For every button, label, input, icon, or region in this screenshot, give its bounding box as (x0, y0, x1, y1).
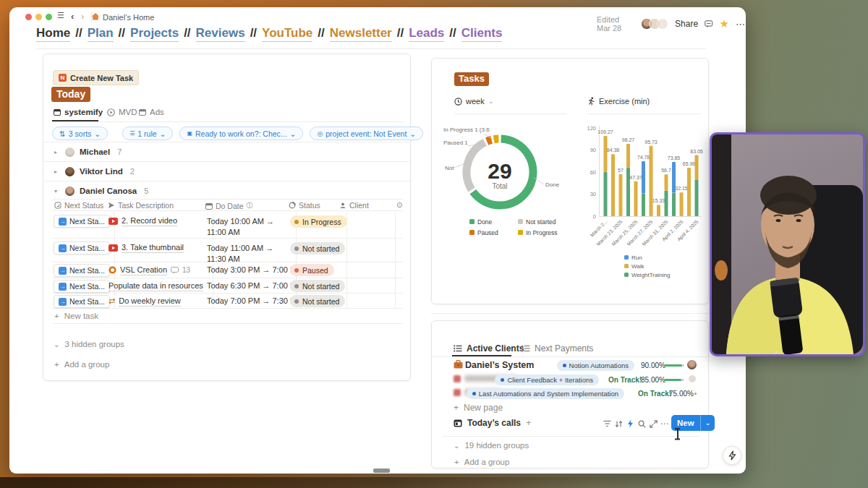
comments-icon[interactable] (705, 19, 712, 29)
project-event-filter-pill[interactable]: ◎project event: Not Event⌄ (310, 127, 423, 140)
extra-column-icon[interactable]: ⊙ (396, 201, 402, 209)
share-button[interactable]: Share (675, 19, 698, 29)
breadcrumb-link-projects[interactable]: Projects (130, 26, 179, 42)
hidden-groups-toggle[interactable]: ⌄19 hidden groups (454, 441, 529, 450)
target-ring-icon (109, 266, 116, 274)
status-cell[interactable]: Not started (290, 242, 345, 254)
tab-active-clients[interactable]: Active Clients (454, 343, 524, 354)
page-tab-title[interactable]: Daniel’s Home (103, 13, 154, 22)
breadcrumb-link-home[interactable]: Home (36, 26, 70, 42)
create-new-task-label: Create New Task (70, 74, 133, 82)
tab-ads[interactable]: Ads (139, 108, 164, 116)
tab-next-payments[interactable]: Next Payments (522, 343, 593, 354)
group-row-michael[interactable]: ▸ Michael 7 (43, 142, 412, 161)
task-title-cell: Populate data in resources (109, 281, 204, 291)
divider (431, 313, 709, 314)
plus-icon[interactable]: + (526, 417, 532, 428)
filter-icon[interactable] (602, 419, 612, 429)
ready-filter-pill[interactable]: ▣Ready to work on?: Chec...⌄ (179, 127, 303, 140)
breadcrumb-link-leads[interactable]: Leads (409, 26, 444, 42)
triangle-right-icon[interactable]: ▸ (54, 168, 60, 175)
group-row-daniel[interactable]: ▾ Daniel Canosa 5 (43, 181, 412, 200)
client-row[interactable]: Daniel’s System Notion Automations 90.00… (432, 359, 710, 372)
triangle-down-icon[interactable]: ▾ (54, 188, 60, 194)
info-icon[interactable]: ⓘ (247, 201, 253, 210)
client-name[interactable]: Daniel’s System (465, 360, 534, 370)
quick-action-button[interactable] (723, 446, 741, 465)
task-title[interactable]: 3. Take thumbnail (122, 243, 184, 253)
more-menu-icon[interactable]: ⋯ (736, 19, 746, 30)
task-title[interactable]: Do weekly review (119, 296, 181, 307)
minimize-window-button[interactable] (35, 14, 42, 20)
client-tag-pill[interactable]: Last Automations and System Implementati… (467, 388, 624, 399)
breadcrumb-link-plan[interactable]: Plan (88, 26, 114, 42)
week-view-tab[interactable]: week ⌄ (454, 97, 493, 106)
table-row[interactable]: →Next Sta... VSL Creation 13 Today 3:00 … (52, 262, 403, 278)
next-status-button[interactable]: →Next Sta... (54, 280, 110, 293)
column-task-description[interactable]: Task Description (108, 201, 174, 210)
next-status-button[interactable]: →Next Sta... (54, 295, 110, 308)
new-task-button[interactable]: +New task (52, 309, 403, 324)
rule-pill[interactable]: ☰1 rule⌄ (122, 127, 173, 140)
arrow-right-icon: → (59, 298, 67, 306)
breadcrumb-link-youtube[interactable]: YouTube (262, 26, 312, 42)
column-do-date[interactable]: Do Date ⓘ (205, 201, 253, 210)
more-menu-icon[interactable]: ⋯ (660, 419, 670, 429)
database-toolbar: ⋯ (602, 419, 670, 429)
task-title[interactable]: Populate data in resources (109, 281, 203, 291)
group-row-viktor[interactable]: ▸ Viktor Lind 2 (43, 161, 412, 181)
status-cell[interactable]: In Progress (290, 215, 347, 228)
favorite-star-icon[interactable]: ★ (720, 17, 729, 30)
task-title[interactable]: VSL Creation (120, 265, 167, 275)
sorts-pill[interactable]: ⇅3 sorts⌄ (52, 127, 108, 140)
status-cell[interactable]: Paused (290, 264, 334, 276)
table-row[interactable]: →Next Sta... 2. Record video Today 10:00… (52, 212, 403, 239)
do-date-cell[interactable]: Today 10:00 AM → 11:00 AM (207, 216, 286, 239)
do-date-cell[interactable]: Today 3:00 PM → 7:00 PM (207, 265, 302, 274)
back-icon[interactable]: ‹ (71, 11, 74, 22)
todays-calls-header[interactable]: Today’s calls + (454, 417, 532, 428)
triangle-right-icon[interactable]: ▸ (54, 149, 60, 155)
breadcrumb-link-reviews[interactable]: Reviews (196, 26, 245, 42)
column-next-status[interactable]: Next Status (54, 201, 103, 210)
column-client[interactable]: Client (339, 201, 369, 210)
do-date-cell[interactable]: Today 6:30 PM → 7:00 PM (207, 281, 302, 290)
breadcrumb-link-clients[interactable]: Clients (461, 26, 503, 42)
calendar-icon (54, 108, 61, 116)
collaborator-avatars[interactable] (641, 18, 668, 30)
hidden-groups-toggle[interactable]: ⌄3 hidden groups (54, 340, 124, 348)
sidebar-toggle-icon[interactable]: ☰ (57, 11, 64, 20)
breadcrumb-link-newsletter[interactable]: Newsletter (330, 26, 392, 42)
column-status[interactable]: Status (289, 201, 320, 210)
tab-mvd[interactable]: MVD (107, 108, 137, 116)
client-row[interactable]: Client Feedback + Iterations On Track! 8… (432, 373, 710, 387)
client-tag-pill[interactable]: Client Feedback + Iterations (495, 374, 599, 385)
lightning-icon[interactable] (625, 419, 635, 429)
add-group-button[interactable]: +Add a group (454, 458, 509, 466)
next-status-button[interactable]: →Next Sta... (54, 241, 110, 254)
zoom-window-button[interactable] (46, 14, 52, 20)
sort-icon[interactable] (613, 419, 624, 429)
tasks-widget-title: Tasks (454, 72, 489, 86)
search-icon[interactable] (637, 419, 647, 429)
table-row[interactable]: →Next Sta... ⇄ Do weekly review Today 7:… (52, 294, 403, 309)
status-cell[interactable]: Not started (290, 280, 345, 292)
next-status-button[interactable]: →Next Sta... (54, 264, 110, 277)
status-cell[interactable]: Not started (290, 295, 345, 307)
table-row[interactable]: →Next Sta... Populate data in resources … (52, 278, 403, 294)
client-tag-pill[interactable]: Notion Automations (557, 360, 634, 371)
add-group-button[interactable]: +Add a group (54, 360, 109, 369)
forward-icon[interactable]: › (81, 11, 84, 22)
do-date-cell[interactable]: Today 7:00 PM → 7:30 PM (207, 296, 302, 305)
new-page-button[interactable]: +New page (454, 403, 503, 413)
repeat-icon: ⇄ (109, 296, 115, 306)
create-new-task-button[interactable]: N Create New Task (53, 70, 139, 85)
tab-systemify[interactable]: systemify (54, 108, 103, 116)
close-window-button[interactable] (25, 14, 32, 20)
group-name: Viktor Lind (80, 167, 123, 176)
next-status-button[interactable]: →Next Sta... (54, 215, 110, 228)
task-title[interactable]: 2. Record video (122, 216, 177, 226)
table-row[interactable]: →Next Sta... 3. Take thumbnail Today 11:… (52, 239, 403, 262)
client-row[interactable]: Last Automations and System Implementati… (432, 387, 710, 401)
expand-icon[interactable] (648, 419, 658, 429)
